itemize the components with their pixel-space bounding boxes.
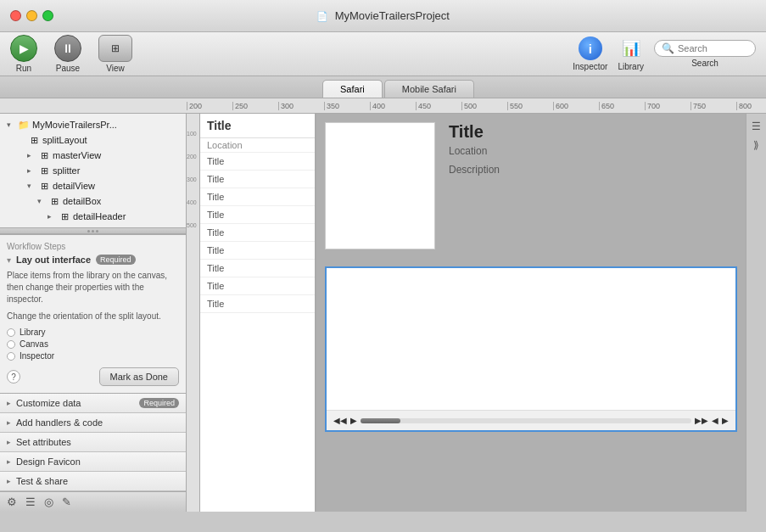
detail-info: Title Location Description <box>449 122 737 249</box>
vertical-marks: 100 200 300 400 500 <box>187 131 199 228</box>
canvas-area: Title Location Title Title Title Title T… <box>200 114 766 512</box>
step-arrow: ▸ <box>7 457 11 466</box>
step-item-favicon[interactable]: ▸ Design Favicon <box>0 452 186 472</box>
canvas-list-icon[interactable]: ☰ <box>752 120 761 132</box>
view-button[interactable]: ⊞ <box>98 35 132 62</box>
tab-mobile-safari[interactable]: Mobile Safari <box>384 80 474 98</box>
detail-location: Location <box>449 145 737 157</box>
inspector-group[interactable]: i Inspector <box>573 36 607 71</box>
ruler-mark: 300 <box>278 102 324 110</box>
library-group[interactable]: 📊 Library <box>618 36 644 71</box>
run-group[interactable]: ▶ Run <box>10 35 37 73</box>
step-header: ▸ Add handlers & code <box>0 413 186 432</box>
canvas-content: Title Location Title Title Title Title T… <box>200 114 766 512</box>
library-label: Library <box>618 62 644 71</box>
minimize-button[interactable] <box>26 10 37 21</box>
search-input[interactable] <box>678 43 754 53</box>
left-panel: ▾ 📁 MyMovieTrailersPr... ⊞ splitLayout ▸… <box>0 114 187 512</box>
maximize-button[interactable] <box>42 10 53 21</box>
tab-safari[interactable]: Safari <box>322 80 383 98</box>
mark-done-button[interactable]: Mark as Done <box>99 367 179 386</box>
folder-icon: 📁 <box>17 119 31 131</box>
main-layout: ▾ 📁 MyMovieTrailersPr... ⊞ splitLayout ▸… <box>0 114 766 512</box>
search-box[interactable]: 🔍 <box>654 40 756 57</box>
tree-label: detailView <box>53 181 95 191</box>
ruler-mark: 750 <box>691 102 736 110</box>
step-arrow: ▸ <box>7 399 11 407</box>
progress-bar[interactable] <box>361 418 691 423</box>
resize-handle[interactable] <box>0 227 186 234</box>
ruler-mark: 550 <box>507 102 553 110</box>
tree-item-detailheader[interactable]: ▸ ⊞ detailHeader <box>0 209 186 224</box>
canvas-expand-icon[interactable]: ⟫ <box>753 139 759 151</box>
next-button[interactable]: ▶▶ <box>695 416 708 425</box>
target-icon[interactable]: ◎ <box>44 496 53 508</box>
view-group[interactable]: ⊞ View <box>98 35 132 73</box>
edit-icon[interactable]: ✎ <box>62 496 71 508</box>
ruler-mark: 700 <box>645 102 691 110</box>
ruler-mark: 600 <box>553 102 599 110</box>
step-header: ▸ Test & share <box>0 472 186 490</box>
radio-label: Inspector <box>20 351 54 361</box>
tabbar: Safari Mobile Safari <box>0 76 766 98</box>
pause-group[interactable]: ⏸ Pause <box>54 35 81 73</box>
window-title: 📄 MyMovieTrailersProject <box>316 9 450 22</box>
tree-arrow: ▾ <box>37 197 48 205</box>
layout-icon: ⊞ <box>37 149 51 161</box>
tree-item-detailview[interactable]: ▾ ⊞ detailView <box>0 178 186 193</box>
tree-label: detailBox <box>63 196 101 206</box>
titlebar: 📄 MyMovieTrailersProject <box>0 0 766 32</box>
ruler-mark: 450 <box>416 102 461 110</box>
step-item-attributes[interactable]: ▸ Set attributes <box>0 433 186 452</box>
detail-top: Title Location Description <box>316 114 746 258</box>
step-arrow: ▸ <box>7 477 11 485</box>
video-player: ◀◀ ▶ ▶▶ ◀ ▶ <box>325 266 737 432</box>
list-preview: Title Location Title Title Title Title T… <box>200 114 315 512</box>
list-item: Title <box>200 188 315 206</box>
ruler-mark: 500 <box>461 102 507 110</box>
play-button[interactable]: ▶ <box>350 416 357 425</box>
tree-item-masterview[interactable]: ▸ ⊞ masterView <box>0 148 186 163</box>
workflow-collapse-icon[interactable]: ▾ <box>7 255 11 265</box>
detail-area: Title Location Description ◀◀ ▶ ▶▶ <box>316 114 746 512</box>
help-button[interactable]: ? <box>7 370 20 384</box>
close-button[interactable] <box>10 10 21 21</box>
list-icon[interactable]: ☰ <box>25 496 36 508</box>
layout-icon: ⊞ <box>48 195 61 207</box>
list-item: Title <box>200 295 315 313</box>
radio-item-library[interactable]: Library <box>7 328 179 337</box>
window-controls[interactable] <box>10 10 53 21</box>
step-header: ▸ Customize data Required <box>0 394 186 412</box>
detail-description-label: Description <box>449 164 737 176</box>
step-item-customize[interactable]: ▸ Customize data Required <box>0 394 186 413</box>
vol-down-icon[interactable]: ◀ <box>712 416 718 425</box>
tree-label: detailHeader <box>73 211 126 221</box>
pause-label: Pause <box>56 64 80 73</box>
inspector-icon: i <box>579 36 602 60</box>
step-item-test[interactable]: ▸ Test & share <box>0 472 186 491</box>
prev-button[interactable]: ◀◀ <box>333 416 347 425</box>
workflow-current-title: Lay out interface <box>16 255 91 265</box>
ruler-mark: 400 <box>370 102 416 110</box>
tree-label: masterView <box>53 150 101 160</box>
ruler-mark: 250 <box>232 102 278 110</box>
vol-up-icon[interactable]: ▶ <box>722 416 729 425</box>
gear-icon[interactable]: ⚙ <box>7 496 17 508</box>
radio-item-inspector[interactable]: Inspector <box>7 351 179 361</box>
step-item-handlers[interactable]: ▸ Add handlers & code <box>0 413 186 433</box>
required-badge: Required <box>139 398 179 408</box>
step-label: Customize data <box>16 398 134 408</box>
video-controls[interactable]: ◀◀ ▶ ▶▶ ◀ ▶ <box>327 410 735 430</box>
tree-item-root[interactable]: ▾ 📁 MyMovieTrailersPr... <box>0 117 186 132</box>
tree-item-splitlayout[interactable]: ⊞ splitLayout <box>0 132 186 148</box>
tree-item-splitter[interactable]: ▸ ⊞ splitter <box>0 163 186 178</box>
radio-item-canvas[interactable]: Canvas <box>7 339 179 349</box>
tree-item-detailbox[interactable]: ▾ ⊞ detailBox <box>0 193 186 209</box>
run-button[interactable]: ▶ <box>10 35 37 62</box>
radio-circle <box>7 340 15 349</box>
vertical-ruler: 100 200 300 400 500 <box>187 114 200 512</box>
step-label: Add handlers & code <box>16 417 179 428</box>
search-label: Search <box>691 59 718 68</box>
list-item: Title <box>200 206 315 224</box>
pause-button[interactable]: ⏸ <box>54 35 81 62</box>
